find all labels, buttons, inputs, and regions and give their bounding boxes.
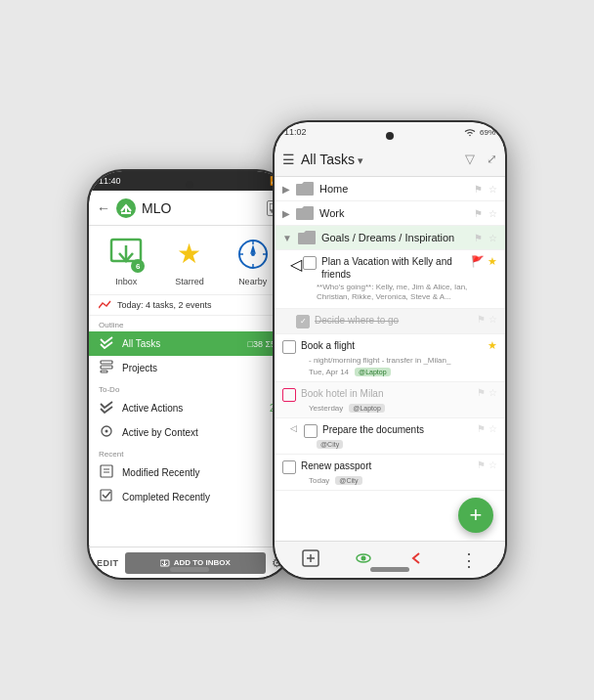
inbox-action[interactable]: 6 Inbox (107, 236, 145, 286)
edit-button[interactable]: EDIT (97, 558, 119, 568)
folder-home-icon (296, 182, 314, 196)
sidebar-item-all-tasks[interactable]: All Tasks □38 Σ56 (89, 331, 290, 356)
projects-label: Projects (122, 363, 280, 373)
right-bottom-bar: ⋮ (275, 541, 505, 578)
documents-indent-icon: ◁ (290, 423, 297, 433)
flight-checkbox[interactable] (282, 340, 296, 354)
filter-icon[interactable]: ▽ (465, 152, 475, 166)
flight-desc: - night/morning flight - transfer in _Mi… (309, 356, 497, 366)
folder-home-name: Home (319, 183, 468, 195)
add-task-icon[interactable] (302, 549, 319, 571)
dropdown-icon[interactable]: ▾ (358, 154, 363, 166)
passport-checkbox[interactable] (282, 460, 296, 474)
passport-flag[interactable]: ⚑ (477, 459, 486, 470)
sidebar-item-modified[interactable]: Modified Recently (89, 460, 290, 485)
passport-star[interactable]: ☆ (488, 459, 497, 470)
todo-section-label: To-Do (89, 380, 290, 396)
flight-date: Tue, Apr 14 (309, 368, 349, 376)
work-flag-icon[interactable]: ⚑ (474, 208, 483, 219)
vacation-desc: **Who's going**: Kelly, me, Jim & Alice,… (317, 283, 497, 303)
sidebar-item-completed[interactable]: Completed Recently (89, 485, 290, 509)
vacation-flags: 🚩 ★ (471, 255, 497, 268)
quick-actions: 6 Inbox ★ Starred (89, 226, 290, 295)
hotel-title: Book hotel in Milan (301, 387, 472, 400)
left-time: 11:40 (99, 176, 121, 186)
more-icon[interactable]: ⋮ (460, 549, 478, 571)
hotel-meta: Yesterday @Laptop (309, 404, 497, 413)
documents-star[interactable]: ☆ (488, 423, 497, 434)
back-arrow-icon[interactable] (407, 549, 425, 571)
completed-icon (99, 489, 114, 505)
work-star-icon[interactable]: ☆ (488, 208, 497, 219)
hotel-star[interactable]: ☆ (488, 387, 497, 398)
fab-button[interactable]: + (458, 498, 493, 533)
starred-action[interactable]: ★ Starred (171, 236, 208, 286)
nearby-action[interactable]: Nearby (234, 236, 272, 286)
left-toolbar: ← MLO (89, 191, 290, 226)
eye-icon[interactable] (355, 549, 372, 571)
task-decide[interactable]: ✓ Decide where to go ⚑ ☆ (275, 309, 505, 334)
task-hotel[interactable]: Book hotel in Milan ⚑ ☆ Yesterday @Lapto… (275, 382, 505, 418)
passport-title: Renew passport (301, 459, 472, 472)
home-star-icon[interactable]: ☆ (488, 184, 497, 195)
documents-flag[interactable]: ⚑ (477, 423, 486, 434)
mlo-title: MLO (142, 200, 261, 216)
hotel-checkbox[interactable] (282, 388, 296, 402)
decide-checkbox[interactable]: ✓ (296, 315, 310, 328)
decide-star[interactable]: ☆ (488, 314, 497, 325)
task-indent: ◁ (290, 255, 298, 274)
back-icon[interactable]: ← (97, 200, 110, 216)
goals-star-icon[interactable]: ☆ (488, 233, 497, 243)
flight-flags: ★ (488, 339, 497, 352)
sidebar-item-active-context[interactable]: Active by Context (89, 420, 290, 445)
decide-flags: ⚑ ☆ (477, 314, 497, 325)
vacation-flag[interactable]: 🚩 (471, 255, 485, 268)
menu-icon[interactable]: ☰ (282, 152, 295, 167)
task-list: ▶ Home ⚑ ☆ ▶ Work (275, 177, 505, 491)
sidebar-item-active-actions[interactable]: Active Actions 20 (89, 396, 290, 420)
right-camera (386, 132, 394, 140)
svg-rect-18 (101, 465, 112, 477)
starred-icon-wrap: ★ (171, 236, 208, 273)
right-title: All Tasks▾ (301, 152, 459, 167)
hotel-flags: ⚑ ☆ (477, 387, 497, 398)
hotel-tag: @Laptop (349, 404, 385, 413)
decide-flag[interactable]: ⚑ (477, 314, 486, 325)
goals-flag-icon[interactable]: ⚑ (474, 233, 483, 243)
documents-meta: @City (317, 440, 497, 449)
task-documents[interactable]: ◁ Prepare the documents ⚑ ☆ @City (275, 418, 505, 455)
task-decide-header: ✓ Decide where to go ⚑ ☆ (296, 314, 497, 328)
sidebar-item-projects[interactable]: Projects (89, 356, 290, 380)
passport-flags: ⚑ ☆ (477, 459, 497, 470)
flight-star[interactable]: ★ (488, 339, 497, 352)
folder-goals[interactable]: ▼ Goals / Dreams / Inspiration ⚑ ☆ (275, 226, 505, 250)
expand-icon[interactable]: ⤢ (487, 152, 497, 166)
outline-section-label: Outline (89, 316, 290, 331)
svg-rect-13 (101, 361, 112, 364)
documents-checkbox[interactable] (304, 424, 318, 438)
modified-icon (99, 464, 114, 481)
active-context-icon (99, 424, 114, 441)
hotel-flag[interactable]: ⚑ (477, 387, 486, 398)
folder-work[interactable]: ▶ Work ⚑ ☆ (275, 201, 505, 226)
nearby-icon-wrap (234, 236, 272, 273)
task-flight[interactable]: Book a flight ★ - night/morning flight -… (275, 334, 505, 382)
right-title-text: All Tasks (301, 152, 355, 167)
documents-flags: ⚑ ☆ (477, 423, 497, 434)
svg-rect-15 (101, 371, 107, 372)
svg-point-17 (106, 430, 108, 433)
folder-home[interactable]: ▶ Home ⚑ ☆ (275, 177, 505, 201)
folder-work-actions: ⚑ ☆ (474, 208, 497, 219)
task-vacation[interactable]: ◁ Plan a Vacation with Kelly and friends… (275, 250, 505, 309)
vacation-star[interactable]: ★ (488, 255, 497, 268)
task-vacation-header: ◁ Plan a Vacation with Kelly and friends… (290, 255, 497, 281)
vacation-checkbox[interactable] (303, 256, 317, 270)
add-inbox-icon (160, 558, 170, 568)
active-actions-icon (99, 400, 114, 416)
task-passport[interactable]: Renew passport ⚑ ☆ Today @City (275, 455, 505, 491)
home-flag-icon[interactable]: ⚑ (474, 184, 483, 195)
folder-work-icon (296, 206, 314, 220)
left-bottom-bar: EDIT ADD TO INBOX ⚙ (89, 547, 290, 578)
vacation-title: Plan a Vacation with Kelly and friends (321, 255, 466, 281)
folder-goals-name: Goals / Dreams / Inspiration (321, 232, 468, 243)
